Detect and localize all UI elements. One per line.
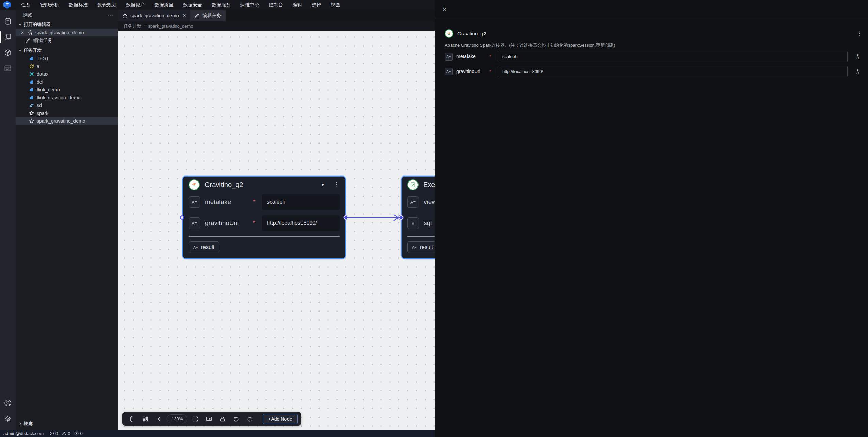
workflow-canvas[interactable]: Gravitino_q2 ▾ ⋮ A≡ metalake * scaleph A… xyxy=(118,31,435,430)
menu-item-select[interactable]: 选择 xyxy=(307,0,326,10)
fullscreen-icon[interactable] xyxy=(190,413,201,425)
flink-squirrel-icon xyxy=(29,87,34,93)
user-account-label[interactable]: admin@dtstack.com xyxy=(3,431,44,436)
activity-bar: (x) xyxy=(0,10,16,430)
breadcrumb-item[interactable]: 任务开发 xyxy=(124,23,141,29)
spark-star-icon xyxy=(29,118,34,124)
menu-item-data-standard[interactable]: 数据标准 xyxy=(64,0,93,10)
node-gravitino-q2[interactable]: Gravitino_q2 ▾ ⋮ A≡ metalake * scaleph A… xyxy=(182,176,346,259)
text-type-icon: A≡ xyxy=(445,53,453,61)
section-task-dev[interactable]: 任务开发 xyxy=(16,46,118,54)
output-result-chip[interactable]: A≡ result xyxy=(407,241,435,253)
lock-icon[interactable] xyxy=(217,413,228,425)
output-result-chip[interactable]: A≡ result xyxy=(189,241,219,253)
fx-expression-icon[interactable]: fx xyxy=(851,53,865,60)
settings-gear-icon[interactable] xyxy=(0,411,16,426)
zoom-level[interactable]: 133% xyxy=(167,414,187,423)
menu-item-edit[interactable]: 编辑 xyxy=(288,0,307,10)
open-editor-item[interactable]: × spark_gravatino_demo xyxy=(16,29,118,36)
account-icon[interactable] xyxy=(0,395,16,411)
fx-expression-icon[interactable]: fx xyxy=(851,68,865,75)
tree-item[interactable]: a xyxy=(16,62,118,70)
close-icon[interactable]: × xyxy=(443,5,447,13)
tree-item[interactable]: def xyxy=(16,78,118,86)
svg-text:(x): (x) xyxy=(6,68,9,71)
tree-item[interactable]: flink_gravition_demo xyxy=(16,94,118,101)
chevron-down-icon xyxy=(18,49,22,52)
menu-item-view[interactable]: 视图 xyxy=(326,0,345,10)
input-port[interactable] xyxy=(180,215,184,220)
text-type-icon: A≡ xyxy=(412,245,417,249)
section-open-editors[interactable]: 打开的编辑器 xyxy=(16,20,118,29)
tab-label: spark_gravatino_demo xyxy=(130,13,179,18)
tree-item[interactable]: spark_gravatino_demo xyxy=(16,117,118,125)
text-type-icon: A≡ xyxy=(193,245,198,249)
redo-icon[interactable] xyxy=(244,413,256,425)
menu-item-data-assets[interactable]: 数据资产 xyxy=(121,0,150,10)
function-console-icon[interactable]: (x) xyxy=(0,61,16,76)
menu-item-console[interactable]: 控制台 xyxy=(264,0,288,10)
close-icon[interactable]: × xyxy=(20,30,25,35)
tab-bar: spark_gravatino_demo × 编辑任务 xyxy=(118,10,435,21)
node-header[interactable]: Execu xyxy=(402,177,435,193)
open-editor-item[interactable]: 编辑任务 xyxy=(16,36,118,44)
input-port[interactable] xyxy=(399,215,403,220)
edge-connector[interactable] xyxy=(347,213,403,222)
spark-star-icon xyxy=(29,110,34,116)
warning-count: 0 xyxy=(68,431,70,436)
undo-icon[interactable] xyxy=(230,413,242,425)
menu-item-data-quality[interactable]: 数据质量 xyxy=(150,0,178,10)
node-execute[interactable]: Execu A≡ viewN # sql xyxy=(401,176,435,259)
mouse-icon[interactable] xyxy=(126,413,137,425)
menu-item-data-security[interactable]: 数据安全 xyxy=(178,0,207,10)
tree-item[interactable]: TEST xyxy=(16,54,118,62)
problems-summary[interactable]: 0 0 0 xyxy=(50,431,83,436)
close-icon[interactable]: × xyxy=(183,13,186,19)
menu-item-smart-analysis[interactable]: 智能分析 xyxy=(35,0,64,10)
tree-item[interactable]: sd xyxy=(16,101,118,109)
app-logo-icon[interactable]: T xyxy=(3,1,11,9)
node-header[interactable]: Gravitino_q2 ▾ ⋮ xyxy=(183,177,345,193)
number-type-icon: # xyxy=(407,217,419,229)
menu-item-warehouse-planning[interactable]: 数仓规划 xyxy=(93,0,121,10)
properties-panel: × Gravitino_q2 ⋮ Apache Gravitino Spark连… xyxy=(435,0,868,437)
editor-area: spark_gravatino_demo × 编辑任务 任务开发 › spark… xyxy=(118,10,435,430)
add-node-button[interactable]: +Add Node xyxy=(263,414,297,424)
gravitinouri-input[interactable]: http://localhost:8090/ xyxy=(262,215,340,231)
menu-item-data-service[interactable]: 数据服务 xyxy=(207,0,235,10)
panel-divider xyxy=(435,19,868,19)
menu-item-tasks[interactable]: 任务 xyxy=(16,0,35,10)
more-actions-icon[interactable]: ··· xyxy=(107,12,113,18)
kebab-menu-icon[interactable]: ⋮ xyxy=(333,182,340,188)
tree-item[interactable]: datax xyxy=(16,70,118,78)
section-label: 打开的编辑器 xyxy=(24,21,50,28)
tab-edit-task[interactable]: 编辑任务 xyxy=(190,10,226,21)
toolbar-divider xyxy=(259,416,259,422)
layout-grid-icon[interactable] xyxy=(140,413,151,425)
gravitinouri-input[interactable]: http://localhost:8090/ xyxy=(498,66,848,77)
chevron-left-icon[interactable] xyxy=(153,413,165,425)
flink-squirrel-icon xyxy=(29,79,34,85)
tree-item-label: TEST xyxy=(37,56,49,61)
pencil-icon xyxy=(25,37,31,43)
metalake-input[interactable]: scaleph xyxy=(498,51,848,62)
chevron-down-icon[interactable]: ▾ xyxy=(321,182,324,188)
panel-field-gravitinouri: A≡ gravitinoUri * http://localhost:8090/… xyxy=(445,65,865,78)
tree-item[interactable]: flink_demo xyxy=(16,86,118,94)
kebab-menu-icon[interactable]: ⋮ xyxy=(857,30,863,37)
tab-spark-gravatino-demo[interactable]: spark_gravatino_demo × xyxy=(118,10,190,21)
open-editor-label: spark_gravatino_demo xyxy=(35,30,84,35)
files-icon[interactable] xyxy=(0,29,16,45)
metalake-input[interactable]: scaleph xyxy=(262,194,340,210)
tree-item[interactable]: spark xyxy=(16,109,118,117)
flink-squirrel-icon xyxy=(29,55,34,61)
menu-item-ops-center[interactable]: 运维中心 xyxy=(235,0,264,10)
status-bar: admin@dtstack.com 0 0 0 xyxy=(0,430,435,437)
breadcrumb-item[interactable]: spark_gravatino_demo xyxy=(148,23,193,29)
section-label: 任务开发 xyxy=(24,47,42,53)
panel-field-metalake: A≡ metalake * scaleph fx xyxy=(445,50,865,63)
package-icon[interactable] xyxy=(0,45,16,61)
section-outline[interactable]: 轮廓 xyxy=(16,420,118,428)
database-icon[interactable] xyxy=(0,14,16,29)
presentation-icon[interactable] xyxy=(203,413,215,425)
